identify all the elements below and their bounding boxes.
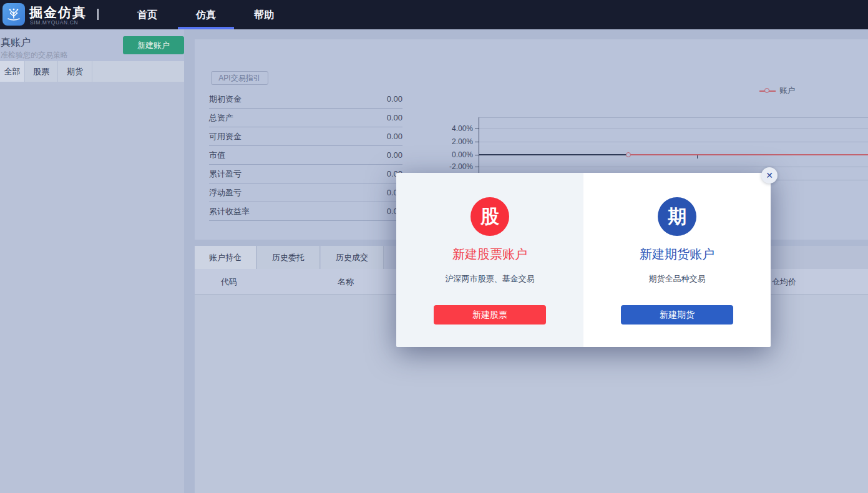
stat-row-available-funds: 可用资金 0.00 — [209, 127, 402, 146]
close-icon[interactable]: ✕ — [761, 167, 778, 183]
gridline — [479, 142, 868, 142]
stat-value: 0.00 — [387, 94, 402, 104]
y-tick-label: 4.00% — [436, 124, 473, 133]
stat-row-cumulative-return: 累计收益率 0.00 — [209, 202, 402, 221]
x-tick — [697, 155, 698, 159]
futures-option-desc: 期货全品种交易 — [583, 273, 771, 285]
stat-label: 市值 — [209, 150, 225, 161]
line-marker-icon — [759, 88, 776, 94]
stat-label: 总资产 — [209, 112, 233, 124]
nav-item-home[interactable]: 首页 — [125, 0, 169, 29]
account-list-empty — [0, 82, 184, 493]
stat-value: 0.00 — [387, 113, 402, 122]
stat-row-initial-capital: 期初资金 0.00 — [209, 90, 402, 109]
chart-legend-account[interactable]: 账户 — [759, 85, 795, 96]
stock-option-title: 新建股票账户 — [396, 246, 583, 263]
create-futures-button[interactable]: 新建期货 — [621, 305, 733, 325]
gridline — [479, 129, 868, 129]
tab-positions[interactable]: 账户持仓 — [195, 246, 256, 269]
y-tick — [475, 167, 479, 167]
y-tick — [475, 129, 479, 129]
app-title: 掘金仿真 — [29, 4, 87, 21]
series-line-account — [628, 154, 868, 155]
futures-account-option: 期 新建期货账户 期货全品种交易 新建期货 — [583, 173, 771, 347]
tab-history-orders[interactable]: 历史委托 — [257, 246, 320, 269]
stat-row-total-assets: 总资产 0.00 — [209, 109, 402, 127]
stat-row-cumulative-pnl: 累计盈亏 0.00 — [209, 165, 402, 183]
stat-label: 累计盈亏 — [209, 168, 241, 180]
create-stock-button[interactable]: 新建股票 — [434, 305, 546, 325]
stock-badge-icon: 股 — [471, 197, 509, 236]
new-account-modal: 股 新建股票账户 沪深两市股票、基金交易 新建股票 期 新建期货账户 期货全品种… — [396, 173, 771, 347]
filter-tab-all[interactable]: 全部 — [0, 61, 25, 82]
stat-row-market-value: 市值 0.00 — [209, 146, 402, 165]
table-col-avg-price: 仓均价 — [772, 269, 796, 295]
stat-label: 累计收益率 — [209, 206, 250, 217]
app-subtitle: SIM.MYQUAN.CN — [30, 19, 78, 26]
app-logo[interactable] — [2, 3, 25, 26]
stat-value: 0.00 — [387, 132, 402, 141]
nav-active-underline — [178, 27, 234, 29]
futures-badge-icon: 期 — [658, 197, 696, 236]
table-col-name: 名称 — [338, 269, 354, 295]
stat-label: 期初资金 — [209, 94, 241, 105]
nav-item-help[interactable]: 帮助 — [242, 0, 286, 29]
api-guide-button[interactable]: API交易指引 — [211, 71, 268, 85]
stat-value: 0.00 — [387, 150, 402, 160]
tree-icon — [6, 6, 22, 22]
x-axis-line — [479, 154, 628, 155]
table-col-code: 代码 — [221, 269, 237, 295]
stock-account-option: 股 新建股票账户 沪深两市股票、基金交易 新建股票 — [396, 173, 583, 347]
y-tick-label: -2.00% — [436, 162, 473, 171]
brand-divider — [97, 9, 99, 20]
filter-tab-futures[interactable]: 期货 — [58, 61, 92, 82]
account-stats-list: 期初资金 0.00 总资产 0.00 可用资金 0.00 市值 0.00 累计盈… — [209, 90, 402, 221]
stock-option-desc: 沪深两市股票、基金交易 — [396, 273, 583, 285]
futures-option-title: 新建期货账户 — [583, 246, 771, 263]
legend-label: 账户 — [779, 85, 795, 96]
new-account-button[interactable]: 新建账户 — [123, 36, 184, 54]
gridline — [479, 167, 868, 167]
accounts-sidebar: 真账户 准检验您的交易策略 新建账户 全部 股票 期货 — [0, 29, 184, 493]
tab-history-trades[interactable]: 历史成交 — [321, 246, 384, 269]
nav-item-simulation[interactable]: 仿真 — [184, 0, 228, 29]
sidebar-title: 真账户 — [1, 36, 31, 49]
y-tick-label: 2.00% — [436, 137, 473, 146]
stat-label: 可用资金 — [209, 131, 241, 142]
account-filter-tabs: 全部 股票 期货 — [0, 61, 184, 82]
top-navbar: 掘金仿真 SIM.MYQUAN.CN 首页 仿真 帮助 — [0, 0, 868, 29]
y-tick — [475, 142, 479, 142]
stat-row-floating-pnl: 浮动盈亏 0.00 — [209, 183, 402, 202]
filter-tab-stock[interactable]: 股票 — [25, 61, 58, 82]
y-tick-label: 0.00% — [436, 150, 473, 159]
series-start-marker — [626, 152, 631, 157]
stat-label: 浮动盈亏 — [209, 187, 241, 198]
gridline — [479, 117, 868, 118]
sidebar-subtitle: 准检验您的交易策略 — [1, 50, 68, 61]
